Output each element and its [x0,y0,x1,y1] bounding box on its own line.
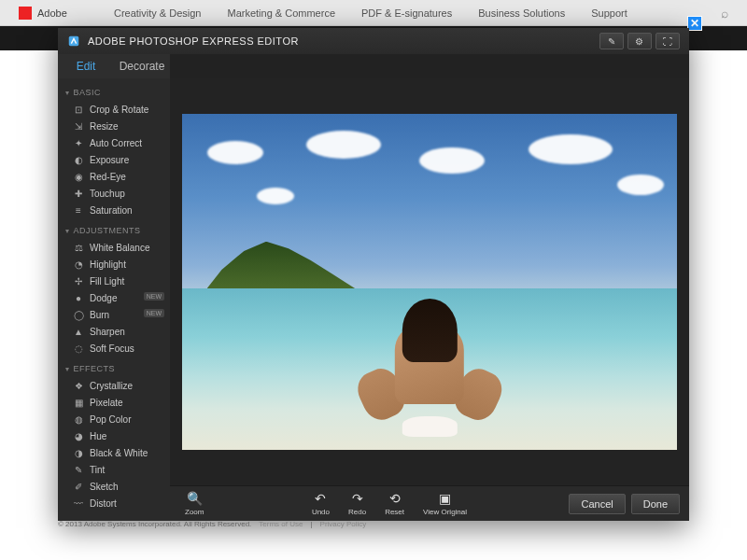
tool-sharpen[interactable]: ▲Sharpen [58,323,170,340]
distort-icon: 〰 [73,497,84,509]
tool-pop-color[interactable]: ◍Pop Color [58,411,170,427]
undo-label: Undo [312,508,330,516]
new-badge: NEW [144,309,164,317]
nav-marketing[interactable]: Marketing & Commerce [227,7,335,19]
header-pointer-button[interactable]: ✎ [599,33,624,49]
tool-touchup[interactable]: ✚Touchup [58,185,170,202]
search-icon[interactable]: ⌕ [721,6,728,21]
tool-label: Pixelate [90,398,123,408]
burn-icon: ◯ [73,309,84,320]
tool-label: Soft Focus [90,343,134,354]
crystal-icon: ❖ [73,380,84,391]
tool-label: Fill Light [90,276,124,287]
balance-icon: ⚖ [73,242,84,253]
fill-icon: ✢ [73,275,84,287]
tool-red-eye[interactable]: ◉Red-Eye [58,168,170,185]
tool-fill-light[interactable]: ✢Fill Light [58,273,170,289]
nav-business[interactable]: Business Solutions [478,7,565,19]
footer: © 2013 Adobe Systems Incorporated. All R… [58,520,366,528]
group-header-adjustments[interactable]: ADJUSTMENTS [58,222,170,239]
sketch-icon: ✐ [73,481,84,492]
mode-tabs: Edit Decorate [58,54,170,78]
tool-label: Touchup [90,189,125,199]
tool-label: Crop & Rotate [90,105,148,115]
redo-icon: ↷ [352,491,363,506]
tool-dodge[interactable]: ●DodgeNEW [58,289,170,306]
new-badge: NEW [144,292,164,301]
tool-auto-correct[interactable]: ✦Auto Correct [58,134,170,151]
tool-sketch[interactable]: ✐Sketch [58,478,170,495]
dodge-icon: ● [73,292,84,303]
canvas-area: 🔍 Zoom ↶ Undo ↷ Redo ⟲ Reset [170,78,689,521]
tool-crop-rotate[interactable]: ⊡Crop & Rotate [58,101,170,118]
reset-label: Reset [385,508,404,516]
app-icon [67,35,80,48]
tool-black-white[interactable]: ◑Black & White [58,444,170,461]
redo-label: Redo [348,508,366,516]
editor-titlebar: ADOBE PHOTOSHOP EXPRESS EDITOR ✎ ⚙ ⛶ [58,28,689,54]
tool-label: White Balance [90,243,149,253]
tool-crystallize[interactable]: ❖Crystallize [58,377,170,394]
done-button[interactable]: Done [631,494,680,514]
group-header-effects[interactable]: EFFECTS [58,360,170,377]
sharpen-icon: ▲ [73,326,84,337]
tool-label: Saturation [90,205,133,216]
tool-label: Black & White [90,448,148,458]
tint-icon: ✎ [73,464,84,475]
cancel-button[interactable]: Cancel [569,494,625,514]
header-gear-button[interactable]: ⚙ [627,33,652,49]
header-fullscreen-button[interactable]: ⛶ [655,33,680,49]
tool-label: Distort [90,498,117,509]
privacy-link[interactable]: Privacy Policy [320,520,367,528]
tool-label: Crystallize [90,381,133,391]
undo-button[interactable]: ↶ Undo [306,491,335,516]
saturation-icon: ≡ [73,204,84,216]
tool-white-balance[interactable]: ⚖White Balance [58,239,170,256]
close-icon[interactable]: ✕ [687,16,702,31]
tool-resize[interactable]: ⇲Resize [58,118,170,134]
highlight-icon: ◔ [73,259,84,270]
zoom-label: Zoom [185,508,204,516]
tool-distort[interactable]: 〰Distort [58,495,170,511]
terms-link[interactable]: Terms of Use [259,520,303,528]
tab-decorate[interactable]: Decorate [114,54,170,78]
nav-pdf[interactable]: PDF & E-signatures [361,7,452,19]
tool-highlight[interactable]: ◔Highlight [58,256,170,273]
tool-label: Burn [90,310,109,320]
tool-label: Dodge [90,293,117,303]
reset-button[interactable]: ⟲ Reset [379,491,410,516]
site-nav: Creativity & Design Marketing & Commerce… [114,7,627,19]
nav-creativity[interactable]: Creativity & Design [114,7,202,19]
editor-window: ADOBE PHOTOSHOP EXPRESS EDITOR ✎ ⚙ ⛶ Edi… [58,28,689,521]
tool-label: Sharpen [90,327,125,337]
adobe-logo-icon [19,7,32,20]
tool-label: Sketch [90,482,119,492]
zoom-icon: 🔍 [187,491,203,506]
tool-burn[interactable]: ◯BurnNEW [58,306,170,323]
header-actions: ✎ ⚙ ⛶ [599,33,680,49]
copyright: © 2013 Adobe Systems Incorporated. All R… [58,520,251,528]
tool-tint[interactable]: ✎Tint [58,461,170,478]
zoom-button[interactable]: 🔍 Zoom [179,491,209,516]
tool-exposure[interactable]: ◐Exposure [58,151,170,168]
blur-icon: ◌ [73,343,84,354]
redo-button[interactable]: ↷ Redo [343,491,372,516]
tool-pixelate[interactable]: ▦Pixelate [58,394,170,411]
view-original-button[interactable]: ▣ View Original [417,491,472,516]
tool-saturation[interactable]: ≡Saturation [58,202,170,218]
undo-icon: ↶ [315,491,326,506]
pop-icon: ◍ [73,413,84,425]
tool-label: Hue [90,431,106,441]
tool-soft-focus[interactable]: ◌Soft Focus [58,340,170,357]
view-original-icon: ▣ [439,491,451,506]
nav-support[interactable]: Support [591,7,627,19]
group-header-basic[interactable]: BASIC [58,84,170,101]
tool-hue[interactable]: ◕Hue [58,427,170,444]
tool-label: Highlight [90,259,126,270]
tool-label: Exposure [90,155,129,165]
hue-icon: ◕ [73,430,84,441]
canvas[interactable] [170,78,689,485]
adobe-logo[interactable]: Adobe [19,7,67,20]
eye-icon: ◉ [73,171,84,182]
tab-edit[interactable]: Edit [58,54,114,78]
